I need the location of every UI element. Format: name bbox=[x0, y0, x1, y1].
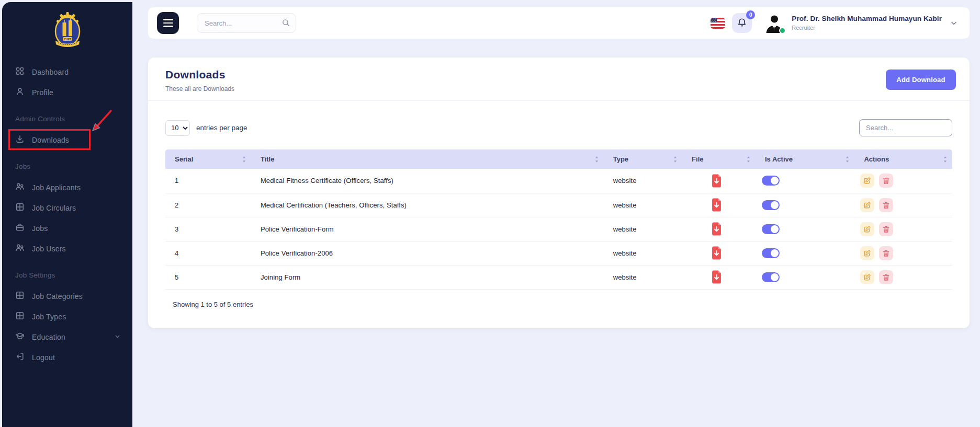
card-body: 10 entries per page Serial Title Type Fi… bbox=[148, 101, 970, 308]
file-download-icon[interactable] bbox=[711, 270, 722, 284]
type-cell: website bbox=[604, 265, 682, 289]
table-controls: 10 entries per page bbox=[165, 119, 952, 136]
file-download-icon[interactable] bbox=[711, 222, 722, 236]
edit-button[interactable] bbox=[860, 174, 874, 188]
entries-per-page-select[interactable]: 10 bbox=[165, 120, 190, 136]
column-header-actions[interactable]: Actions bbox=[854, 149, 952, 169]
downloads-table: Serial Title Type File Is Active Actions… bbox=[165, 149, 952, 290]
sidebar-item-profile[interactable]: Profile bbox=[2, 82, 132, 102]
is-active-toggle[interactable] bbox=[762, 248, 780, 258]
edit-pencil-icon bbox=[863, 201, 871, 209]
delete-button[interactable] bbox=[879, 246, 893, 260]
user-role: Recruiter bbox=[792, 25, 942, 31]
delete-button[interactable] bbox=[879, 198, 893, 212]
sort-icon bbox=[943, 156, 948, 163]
notifications-button[interactable]: 0 bbox=[732, 13, 752, 33]
serial-cell: 5 bbox=[165, 265, 251, 289]
sidebar-item-job-types[interactable]: Job Types bbox=[2, 306, 132, 327]
column-header-file[interactable]: File bbox=[682, 149, 756, 169]
sidebar-item-job-users[interactable]: Job Users bbox=[2, 238, 132, 259]
sort-icon bbox=[845, 156, 850, 163]
sidebar: CUET Dashboard Profile Admin Controls bbox=[2, 2, 132, 427]
topbar: 0 Prof. Dr. Sheikh Muhammad Humayun Kabi… bbox=[148, 7, 970, 39]
sidebar-item-jobs[interactable]: Jobs bbox=[2, 218, 132, 238]
title-cell: Joining Form bbox=[251, 265, 604, 289]
briefcase-icon bbox=[15, 223, 25, 234]
is-active-toggle[interactable] bbox=[762, 176, 780, 186]
edit-pencil-icon bbox=[863, 225, 871, 233]
serial-cell: 1 bbox=[165, 169, 251, 193]
edit-button[interactable] bbox=[860, 246, 874, 260]
sidebar-item-label: Job Applicants bbox=[32, 183, 81, 192]
column-header-type[interactable]: Type bbox=[604, 149, 682, 169]
title-cell: Police Verification-Form bbox=[251, 217, 604, 241]
edit-pencil-icon bbox=[863, 177, 871, 184]
serial-cell: 3 bbox=[165, 217, 251, 241]
column-label: Is Active bbox=[765, 155, 793, 163]
user-info[interactable]: Prof. Dr. Sheikh Muhammad Humayun Kabir … bbox=[792, 15, 942, 31]
column-label: Type bbox=[613, 155, 628, 163]
download-icon bbox=[15, 134, 25, 145]
hamburger-menu-button[interactable] bbox=[157, 12, 179, 34]
sidebar-section-jobs: Jobs bbox=[2, 150, 132, 177]
user-name: Prof. Dr. Sheikh Muhammad Humayun Kabir bbox=[792, 15, 942, 23]
sidebar-item-education[interactable]: Education bbox=[2, 327, 132, 347]
sidebar-item-label: Profile bbox=[32, 88, 53, 97]
entries-per-page-label: entries per page bbox=[196, 124, 247, 132]
delete-button[interactable] bbox=[879, 174, 893, 188]
sidebar-item-label: Education bbox=[32, 333, 65, 341]
users-icon bbox=[15, 182, 25, 193]
column-header-is-active[interactable]: Is Active bbox=[756, 149, 855, 169]
edit-button[interactable] bbox=[860, 270, 874, 284]
edit-button[interactable] bbox=[860, 222, 874, 236]
global-search bbox=[197, 13, 296, 33]
add-download-button[interactable]: Add Download bbox=[886, 70, 956, 90]
sidebar-item-job-circulars[interactable]: Job Circulars bbox=[2, 198, 132, 218]
type-cell: website bbox=[604, 193, 682, 217]
trash-icon bbox=[882, 177, 890, 184]
table-grid-icon bbox=[15, 291, 25, 302]
edit-button[interactable] bbox=[860, 198, 874, 212]
type-cell: website bbox=[604, 241, 682, 265]
page-subtitle: These all are Downloads bbox=[165, 85, 952, 93]
sidebar-item-logout[interactable]: Logout bbox=[2, 347, 132, 367]
sidebar-item-dashboard[interactable]: Dashboard bbox=[2, 62, 132, 82]
sort-icon bbox=[673, 156, 678, 163]
is-active-toggle[interactable] bbox=[762, 272, 780, 282]
sidebar-item-label: Jobs bbox=[32, 224, 48, 233]
column-header-title[interactable]: Title bbox=[251, 149, 604, 169]
table-row: 4 Police Verification-2006 website bbox=[165, 241, 952, 265]
table-search-input[interactable] bbox=[859, 119, 952, 136]
is-active-toggle[interactable] bbox=[762, 224, 780, 234]
column-header-serial[interactable]: Serial bbox=[165, 149, 251, 169]
user-avatar[interactable] bbox=[763, 12, 785, 34]
users-icon bbox=[15, 243, 25, 254]
title-cell: Medical Fitness Certificate (Officers, S… bbox=[251, 169, 604, 193]
trash-icon bbox=[882, 225, 890, 233]
file-download-icon[interactable] bbox=[711, 174, 722, 188]
trash-icon bbox=[882, 201, 890, 209]
sidebar-item-job-applicants[interactable]: Job Applicants bbox=[2, 177, 132, 198]
university-logo: CUET bbox=[2, 2, 132, 51]
file-download-icon[interactable] bbox=[711, 246, 722, 260]
svg-text:CUET: CUET bbox=[64, 38, 71, 41]
language-us-flag-icon[interactable] bbox=[711, 18, 725, 29]
sidebar-item-downloads[interactable]: Downloads bbox=[2, 130, 132, 150]
table-row: 1 Medical Fitness Certificate (Officers,… bbox=[165, 169, 952, 193]
column-label: Actions bbox=[864, 155, 889, 163]
delete-button[interactable] bbox=[879, 222, 893, 236]
sidebar-item-job-categories[interactable]: Job Categories bbox=[2, 286, 132, 306]
delete-button[interactable] bbox=[879, 270, 893, 284]
is-active-toggle[interactable] bbox=[762, 200, 780, 210]
file-download-icon[interactable] bbox=[711, 198, 722, 212]
graduation-cap-icon bbox=[15, 331, 25, 342]
user-icon bbox=[15, 87, 25, 98]
trash-icon bbox=[882, 249, 890, 257]
sidebar-item-label: Job Users bbox=[32, 245, 66, 253]
user-menu-chevron-down-icon[interactable] bbox=[950, 19, 958, 27]
bell-icon bbox=[737, 17, 747, 29]
sidebar-section-admin-controls: Admin Controls bbox=[2, 102, 132, 130]
dashboard-grid-icon bbox=[15, 66, 25, 77]
table-grid-icon bbox=[15, 311, 25, 322]
column-label: Title bbox=[261, 155, 275, 163]
